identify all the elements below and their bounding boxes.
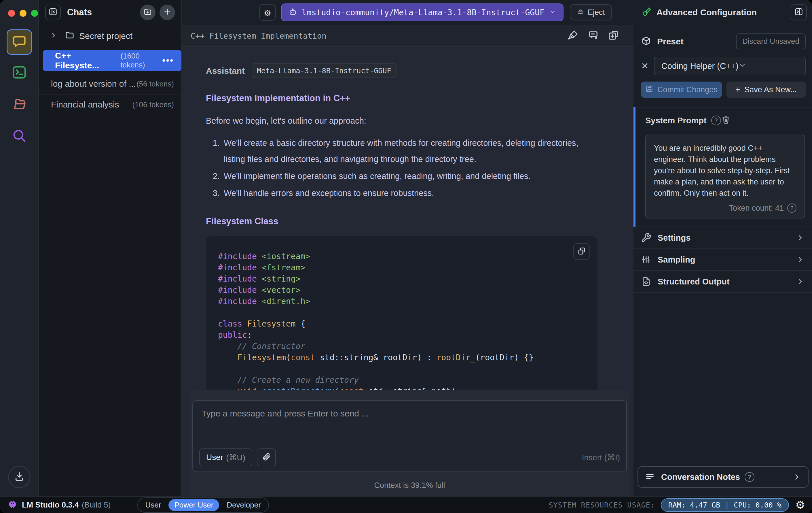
clear-conversation-icon[interactable] xyxy=(587,29,599,42)
conversation-notes-button[interactable]: Conversation Notes ? xyxy=(638,466,809,488)
settings-gear-icon[interactable]: ⚙ xyxy=(795,498,805,511)
code-line: #include <vector> xyxy=(218,285,585,296)
close-window-button[interactable] xyxy=(8,10,15,17)
eject-model-button[interactable]: Eject xyxy=(570,4,612,21)
panel-left-icon xyxy=(48,7,58,18)
insert-button[interactable]: Insert (⌘I) xyxy=(582,453,620,462)
minimize-window-button[interactable] xyxy=(20,10,27,17)
paperclip-icon xyxy=(262,452,271,463)
panel-section-structured-output[interactable]: Structured Output xyxy=(634,271,812,293)
message-paragraph: Before we begin, let's outline our appro… xyxy=(206,116,602,126)
conversation-view[interactable]: Assistant Meta-Llama-3.1-8B-Instruct-GGU… xyxy=(182,47,634,496)
nav-chat-button[interactable] xyxy=(7,29,32,55)
copy-icon xyxy=(577,246,586,257)
chats-sidebar: Chats Secret project C++ Filesyste...(16… xyxy=(39,0,182,496)
panel-section-label: Structured Output xyxy=(658,277,730,287)
system-prompt-label: System Prompt xyxy=(645,116,706,125)
chat-item-menu-icon[interactable]: ••• xyxy=(162,56,174,65)
chat-item-token-count: (1600 tokens) xyxy=(120,52,162,70)
chat-item-token-count: (106 tokens) xyxy=(132,100,174,109)
sidebar-folder-secret-project[interactable]: Secret project xyxy=(39,25,181,47)
file-code-icon xyxy=(641,276,651,287)
commit-changes-button[interactable]: Commit Changes xyxy=(641,82,722,98)
new-folder-button[interactable] xyxy=(140,5,155,20)
role-toggle-button[interactable]: User (⌘U) xyxy=(199,449,252,466)
collapse-sidebar-button[interactable] xyxy=(45,5,61,20)
collapse-panel-button[interactable] xyxy=(791,4,807,21)
attach-file-button[interactable] xyxy=(257,449,276,466)
copy-code-button[interactable] xyxy=(573,243,590,260)
zoom-window-button[interactable] xyxy=(31,10,38,17)
loaded-model-selector[interactable]: lmstudio-community/Meta-Llama-3.1-8B-Ins… xyxy=(281,3,563,21)
user-mode-switch: UserPower UserDeveloper xyxy=(137,497,269,513)
preset-value: Coding Helper (C++) xyxy=(661,61,738,71)
trash-icon[interactable] xyxy=(721,115,731,126)
insert-shortcut: (⌘I) xyxy=(604,453,620,462)
chat-item-token-count: (56 tokens) xyxy=(137,80,174,88)
model-toolbar: ⚙ lmstudio-community/Meta-Llama-3.1-8B-I… xyxy=(182,0,634,25)
mode-user[interactable]: User xyxy=(140,499,167,511)
cleanup-brush-icon[interactable] xyxy=(567,29,579,42)
folder-name: Secret project xyxy=(79,31,133,41)
nav-my-models-button[interactable] xyxy=(11,96,27,113)
nav-developer-button[interactable] xyxy=(11,64,27,81)
model-settings-button[interactable]: ⚙ xyxy=(259,4,276,21)
downloads-button[interactable] xyxy=(8,466,31,488)
gear-icon: ⚙ xyxy=(264,7,271,19)
mode-developer[interactable]: Developer xyxy=(221,499,267,511)
folder-icon xyxy=(65,30,79,42)
assistant-role-label: Assistant xyxy=(206,66,245,76)
code-line xyxy=(218,307,585,318)
code-line: #include <string> xyxy=(218,273,585,285)
cpu-usage: CPU: 0.00 % xyxy=(734,501,781,509)
status-bar: LM Studio 0.3.4 (Build 5) UserPower User… xyxy=(0,496,812,513)
help-icon[interactable]: ? xyxy=(787,204,796,213)
panel-sections: SettingsSamplingStructured Output xyxy=(634,227,812,293)
clear-preset-button[interactable]: ✕ xyxy=(641,60,649,72)
message-heading-1: Filesystem Implementation in C++ xyxy=(206,93,602,104)
help-icon[interactable]: ? xyxy=(711,115,721,125)
chevron-right-icon xyxy=(796,277,805,286)
mode-power-user[interactable]: Power User xyxy=(169,499,219,511)
ram-usage: RAM: 4.47 GB xyxy=(668,501,720,509)
window-controls xyxy=(8,10,38,17)
loaded-model-name: lmstudio-community/Meta-Llama-3.1-8B-Ins… xyxy=(302,8,545,17)
panel-section-sampling[interactable]: Sampling xyxy=(634,249,812,271)
code-line: #include <dirent.h> xyxy=(218,296,585,307)
discard-unsaved-button[interactable]: Discard Unsaved xyxy=(736,33,806,49)
new-chat-button[interactable] xyxy=(160,5,175,20)
role-shortcut: (⌘U) xyxy=(226,453,245,462)
token-count: Token count: 41 xyxy=(729,204,784,213)
message-input[interactable]: Type a message and press Enter to send .… xyxy=(192,400,627,472)
chevron-right-icon xyxy=(796,234,805,242)
lm-studio-window: Chats Secret project C++ Filesyste...(16… xyxy=(0,0,812,513)
chat-item-title: C++ Filesyste... xyxy=(55,51,112,70)
duplicate-chat-icon[interactable] xyxy=(608,29,619,42)
message-list-item: We'll handle errors and exceptions to en… xyxy=(222,185,602,201)
sliders-icon xyxy=(641,254,651,265)
message-heading-2: Filesystem Class xyxy=(206,216,602,226)
save-as-new-label: Save As New... xyxy=(744,85,797,94)
eject-label: Eject xyxy=(588,8,605,17)
conversation-notes-label: Conversation Notes xyxy=(661,473,740,482)
preset-dropdown[interactable]: Coding Helper (C++) xyxy=(654,57,806,75)
panel-section-settings[interactable]: Settings xyxy=(634,227,812,249)
help-icon[interactable]: ? xyxy=(745,472,754,482)
resource-usage-pill[interactable]: RAM: 4.47 GB | CPU: 0.00 % xyxy=(661,498,789,512)
commit-changes-label: Commit Changes xyxy=(657,85,718,94)
plus-icon: + xyxy=(735,85,741,94)
chat-list-item[interactable]: log about version of ...(56 tokens) xyxy=(39,74,181,94)
save-as-new-button[interactable]: + Save As New... xyxy=(726,82,806,98)
insert-label: Insert xyxy=(582,453,602,462)
chat-list-item[interactable]: C++ Filesyste...(1600 tokens)••• xyxy=(43,50,181,71)
divider: | xyxy=(725,501,729,509)
chat-list-item[interactable]: Financial analysis(106 tokens) xyxy=(39,94,181,115)
message-input-placeholder: Type a message and press Enter to send .… xyxy=(202,409,369,418)
system-prompt-editor[interactable]: You are an incredibly good C++ engineer.… xyxy=(645,135,805,218)
panel-section-label: Settings xyxy=(658,233,691,243)
app-build: (Build 5) xyxy=(82,501,111,510)
nav-discover-button[interactable] xyxy=(11,128,27,145)
code-line: public: xyxy=(218,329,585,341)
sidebar-header: Chats xyxy=(39,0,181,25)
chevron-right-icon xyxy=(792,473,801,481)
